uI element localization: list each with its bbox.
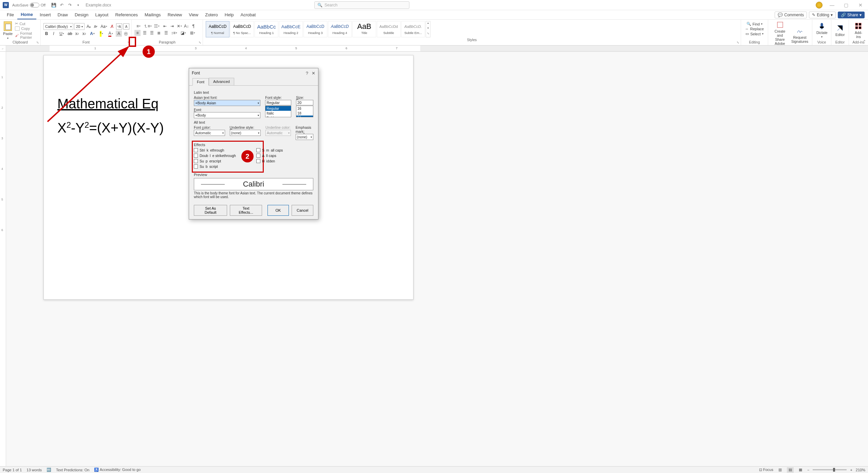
checkbox-hidden[interactable]: Hidden — [256, 159, 283, 163]
editing-mode-button[interactable]: ✎ Editing ▾ — [809, 12, 836, 18]
font-color-button[interactable]: A▾ — [107, 31, 115, 37]
checkbox-double-strikethrough[interactable]: Double strikethrough — [194, 154, 236, 158]
align-center-button[interactable]: ☰ — [142, 30, 148, 36]
language-indicator[interactable]: 🔤 — [47, 468, 51, 472]
font-size-select[interactable]: 20▾ — [74, 23, 85, 30]
styles-scroll[interactable]: ▴▾⤡ — [426, 21, 430, 37]
maximize-button[interactable]: ▢ — [842, 2, 851, 8]
dialog-tab-advanced[interactable]: Advanced — [209, 78, 234, 85]
highlight-button[interactable]: ᵃ▾ — [97, 31, 106, 37]
zoom-out-button[interactable]: − — [807, 468, 809, 472]
underline-style-combo[interactable]: (none)▾ — [230, 130, 261, 136]
size-input[interactable]: 20 — [296, 100, 313, 105]
tab-view[interactable]: View — [185, 10, 202, 19]
tab-zotero[interactable]: Zotero — [202, 10, 221, 19]
change-case-button[interactable]: Aa▾ — [100, 23, 108, 30]
font-style-input[interactable]: Regular — [265, 100, 291, 105]
superscript-button[interactable]: x2 — [81, 31, 87, 37]
undo-icon[interactable]: ↶ — [59, 2, 64, 8]
tab-help[interactable]: Help — [221, 10, 237, 19]
tab-references[interactable]: References — [112, 10, 141, 19]
text-effects-button[interactable]: A▾ — [88, 31, 96, 37]
font-dialog-launcher[interactable]: ⤡ — [126, 40, 131, 45]
checkbox-strikethrough[interactable]: Strikethrough — [194, 148, 236, 152]
checkbox-superscript[interactable]: Superscript — [194, 159, 236, 163]
underline-button[interactable]: U▾ — [58, 31, 66, 37]
style-card-7[interactable]: AaBbCcDdSubtitle — [377, 21, 401, 37]
style-card-0[interactable]: AaBbCcD¶ Normal — [206, 21, 229, 37]
dialog-titlebar[interactable]: Font ? ✕ — [189, 68, 318, 78]
enclose-characters-button[interactable]: ㊕ — [123, 31, 129, 37]
vertical-ruler[interactable]: 12 34 56 — [0, 52, 6, 466]
search-input[interactable]: 🔍 Search — [314, 1, 409, 9]
tab-design[interactable]: Design — [71, 10, 92, 19]
tab-layout[interactable]: Layout — [92, 10, 112, 19]
font-style-list[interactable]: Regular Italic Bold — [265, 106, 291, 117]
bullets-button[interactable]: ≡▾ — [134, 23, 143, 29]
select-button[interactable]: ▭ Select ▾ — [745, 32, 763, 36]
decrease-indent-button[interactable]: ⇤ — [162, 23, 168, 29]
styles-dialog-launcher[interactable]: ⤡ — [736, 40, 740, 45]
shading-button[interactable]: ◪▾ — [179, 30, 187, 36]
find-button[interactable]: 🔍 Find ▾ — [746, 22, 762, 26]
horizontal-ruler[interactable]: ⌐ 1234567 — [0, 46, 868, 52]
style-card-1[interactable]: AaBbCcD¶ No Spac... — [230, 21, 254, 37]
user-avatar[interactable] — [816, 2, 823, 8]
share-button[interactable]: 🔗 Share ▾ — [838, 12, 865, 18]
tab-review[interactable]: Review — [164, 10, 186, 19]
tab-mailings[interactable]: Mailings — [141, 10, 164, 19]
style-card-5[interactable]: AaBbCcDHeading 4 — [328, 21, 352, 37]
style-card-6[interactable]: AaBTitle — [352, 21, 376, 37]
autosave-toggle[interactable]: AutoSave Off — [12, 3, 45, 7]
clear-formatting-button[interactable]: A̸ — [109, 23, 115, 30]
style-card-3[interactable]: AaBbCcEHeading 2 — [279, 21, 303, 37]
character-shading-button[interactable]: A — [116, 31, 122, 37]
phonetic-guide-button[interactable]: ᵃA — [116, 23, 122, 30]
line-spacing-button[interactable]: ↕≡▾ — [170, 30, 178, 36]
cancel-button[interactable]: Cancel — [292, 205, 313, 216]
tab-draw[interactable]: Draw — [54, 10, 71, 19]
qat-dropdown-icon[interactable]: ▾ — [75, 2, 81, 8]
style-card-2[interactable]: AaBbCcHeading 1 — [255, 21, 278, 37]
accessibility-indicator[interactable]: ♿ Accessibility: Good to go — [94, 468, 141, 472]
comments-button[interactable]: 💬 Comments — [775, 12, 807, 18]
page-indicator[interactable]: Page 1 of 1 — [3, 468, 22, 472]
zoom-in-button[interactable]: + — [850, 468, 852, 472]
close-button[interactable]: ✕ — [856, 2, 865, 8]
tab-home[interactable]: Home — [17, 10, 36, 19]
dialog-tab-font[interactable]: Font — [192, 78, 209, 86]
dialog-close-button[interactable]: ✕ — [312, 71, 315, 76]
clipboard-dialog-launcher[interactable]: ⤡ — [35, 40, 40, 45]
size-list[interactable]: 16 18 20 — [296, 106, 313, 117]
editor-button[interactable]: Editor — [834, 24, 846, 37]
asian-layout-button[interactable]: ✕▾ — [176, 23, 182, 29]
collapse-ribbon-button[interactable]: ⌃ — [863, 39, 866, 44]
align-left-button[interactable]: ≡ — [134, 30, 141, 36]
align-right-button[interactable]: ☰ — [149, 30, 155, 36]
sort-button[interactable]: A↓ — [183, 23, 189, 29]
text-predictions-indicator[interactable]: Text Predictions: On — [56, 468, 89, 472]
emphasis-combo[interactable]: (none)▾ — [296, 134, 313, 140]
addins-button[interactable]: Add-ins — [852, 22, 865, 39]
character-border-button[interactable]: A — [123, 23, 129, 30]
justify-button[interactable]: ≣ — [156, 30, 162, 36]
checkbox-subscript[interactable]: Subscript — [194, 164, 236, 169]
distributed-button[interactable]: ☰ — [163, 30, 169, 36]
tab-insert[interactable]: Insert — [36, 10, 54, 19]
minimize-button[interactable]: — — [827, 2, 837, 8]
tab-file[interactable]: File — [3, 10, 17, 19]
word-count[interactable]: 13 words — [26, 468, 42, 472]
strikethrough-button[interactable]: ab — [67, 31, 73, 37]
font-input[interactable]: +Body▾ — [194, 112, 260, 118]
dialog-help-button[interactable]: ? — [306, 71, 308, 76]
tab-acrobat[interactable]: Acrobat — [237, 10, 259, 19]
checkbox-all-caps[interactable]: All caps — [256, 154, 283, 158]
font-name-select[interactable]: Calibri (Body)▾ — [43, 23, 73, 30]
show-paragraph-button[interactable]: ¶ — [190, 23, 197, 29]
paste-button[interactable]: Paste ▾ — [3, 21, 13, 40]
print-layout-button[interactable]: ▤ — [787, 467, 794, 473]
web-layout-button[interactable]: ▦ — [797, 467, 804, 473]
style-card-8[interactable]: AaBbCcD.Subtle Em... — [401, 21, 425, 37]
subscript-button[interactable]: x2 — [74, 31, 80, 37]
multilevel-list-button[interactable]: ☷▾ — [153, 23, 161, 29]
